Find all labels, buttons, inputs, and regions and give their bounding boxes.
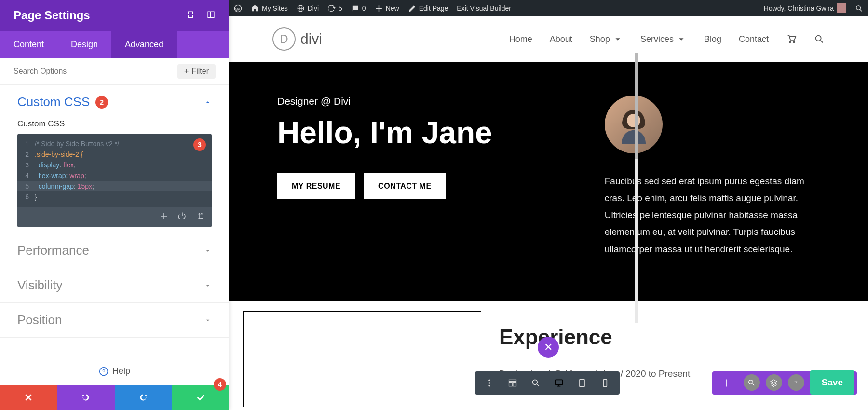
site-header: Ddivi Home About Shop Services Blog Cont… [229,16,868,62]
badge-3: 3 [193,138,206,151]
badge-4: 4 [214,378,226,391]
chevron-down-icon [612,34,623,44]
wireframe-icon[interactable] [501,371,524,395]
howdy-user[interactable]: Howdy, Christina Gwira [764,3,846,13]
cart-icon[interactable] [786,34,797,44]
add-icon[interactable] [160,212,168,222]
svg-point-14 [532,380,537,384]
nav-services[interactable]: Services [640,34,687,44]
section-position[interactable]: Position [0,303,229,337]
badge-2: 2 [95,96,108,109]
filter-button[interactable]: +Filter [177,64,216,79]
sidebar-scrollbar[interactable] [635,53,638,323]
exit-builder-link[interactable]: Exit Visual Builder [457,4,511,12]
svg-point-10 [488,385,490,386]
contact-button[interactable]: CONTACT ME [364,173,446,199]
svg-rect-11 [509,380,516,381]
chevron-down-icon [204,282,212,289]
section-custom-css[interactable]: Custom CSS 2 [0,85,229,119]
expand-icon[interactable] [187,10,196,21]
undo-button[interactable] [57,385,115,410]
nav-shop[interactable]: Shop [590,34,623,44]
svg-rect-13 [513,382,516,386]
page-settings-title: Page Settings [14,9,90,22]
nav-contact[interactable]: Contact [739,34,769,44]
nav-about[interactable]: About [550,34,572,44]
hero-heading: Hello, I'm Jane [277,117,576,149]
site-link[interactable]: Divi [297,4,319,13]
desktop-icon[interactable] [547,371,570,395]
svg-rect-16 [580,380,584,387]
svg-point-20 [749,380,753,384]
more-icon[interactable] [478,371,501,395]
tab-design[interactable]: Design [57,31,111,58]
add-icon[interactable] [715,371,738,395]
svg-text:?: ? [794,380,797,385]
hero-section: Designer @ Divi Hello, I'm Jane MY RESUM… [229,62,868,301]
resume-button[interactable]: MY RESUME [277,173,355,199]
chevron-down-icon [204,247,212,255]
my-sites-link[interactable]: My Sites [251,4,288,13]
layers-icon[interactable] [766,374,782,391]
custom-css-label: Custom CSS [0,119,229,134]
updates-link[interactable]: 5 [327,4,342,13]
svg-point-8 [488,380,490,381]
search-icon[interactable] [855,4,863,13]
power-icon[interactable] [178,212,187,222]
svg-rect-12 [509,382,513,386]
svg-rect-15 [556,380,563,384]
cancel-button[interactable] [0,385,57,410]
br-search-icon[interactable] [744,374,760,391]
wp-admin-bar: My Sites Divi 5 0 New Edit Page Exit Vis… [229,0,868,16]
css-editor[interactable]: 3 1/* Side by Side Buttons v2 */ 2.side-… [17,134,212,227]
chevron-down-icon [204,316,212,324]
mobile-icon[interactable] [594,371,617,395]
svg-point-4 [856,5,861,9]
view-toolbar [475,371,620,395]
new-link[interactable]: New [375,4,399,13]
help-link[interactable]: ?Help [0,357,229,385]
chevron-down-icon [676,34,687,44]
save-button[interactable]: Save [810,370,854,395]
svg-text:?: ? [102,368,106,374]
section-performance[interactable]: Performance [0,233,229,268]
svg-point-5 [816,36,821,41]
hero-avatar [605,96,663,153]
svg-point-9 [488,382,490,383]
close-fab[interactable]: ✕ [538,337,559,358]
search-input[interactable] [14,67,177,76]
edit-page-link[interactable]: Edit Page [408,4,448,13]
section-visibility[interactable]: Visibility [0,268,229,302]
comments-link[interactable]: 0 [351,4,366,13]
search-icon[interactable] [814,34,825,44]
svg-rect-17 [604,380,607,387]
help-icon[interactable]: ? [788,374,804,391]
redo-button[interactable] [115,385,172,410]
confirm-button[interactable]: 4 [172,385,229,410]
site-logo[interactable]: Ddivi [272,27,322,51]
chevron-up-icon [204,98,212,106]
tablet-icon[interactable] [570,371,594,395]
wp-logo-icon[interactable] [234,4,242,13]
nav-blog[interactable]: Blog [704,34,721,44]
zoom-icon[interactable] [524,371,547,395]
dock-icon[interactable] [206,10,216,21]
tab-content[interactable]: Content [0,31,57,58]
avatar [837,3,846,13]
sort-icon[interactable] [196,212,205,222]
nav-home[interactable]: Home [509,34,532,44]
tab-advanced[interactable]: Advanced [111,31,177,58]
settings-tabs: Content Design Advanced [0,31,229,58]
experience-border [243,311,481,407]
hero-subtitle: Designer @ Divi [277,96,576,107]
